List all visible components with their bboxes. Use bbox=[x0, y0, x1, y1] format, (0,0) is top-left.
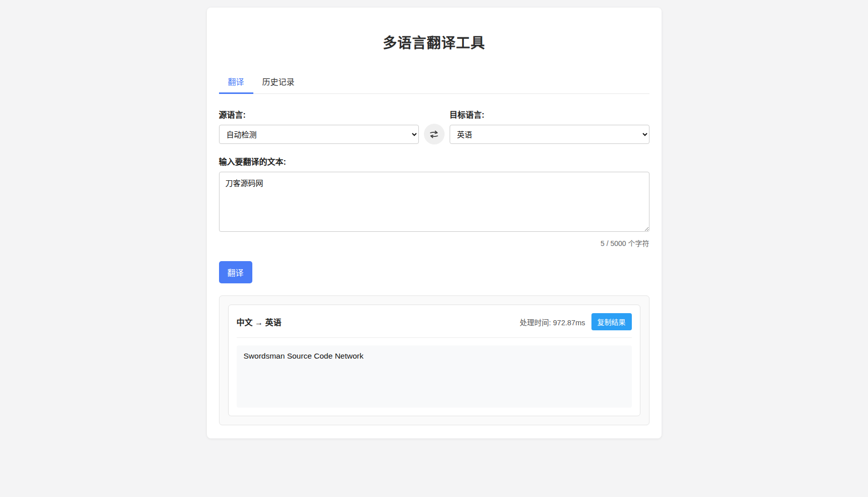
translation-input-textarea[interactable]: 刀客源码网 bbox=[219, 172, 649, 232]
tab-translate[interactable]: 翻译 bbox=[219, 70, 253, 94]
swap-languages-button[interactable] bbox=[424, 124, 445, 144]
source-language-select[interactable]: 自动检测 bbox=[219, 125, 419, 144]
input-text-label: 输入要翻译的文本: bbox=[219, 155, 649, 167]
translate-button[interactable]: 翻译 bbox=[219, 261, 252, 283]
translation-app-card: 多语言翻译工具 翻译 历史记录 源语言: 自动检测 目标语言: 英语 输入 bbox=[207, 8, 662, 438]
target-language-group: 目标语言: 英语 bbox=[450, 108, 649, 144]
result-card: 中文 → 英语 处理时间: 972.87ms 复制结果 Swordsman So… bbox=[228, 305, 640, 416]
swap-horizontal-icon bbox=[428, 130, 440, 139]
page-title: 多语言翻译工具 bbox=[219, 32, 649, 52]
result-meta: 处理时间: 972.87ms 复制结果 bbox=[520, 313, 632, 330]
result-header: 中文 → 英语 处理时间: 972.87ms 复制结果 bbox=[237, 313, 632, 338]
translation-direction: 中文 → 英语 bbox=[237, 316, 282, 328]
character-counter: 5 / 5000 个字符 bbox=[219, 238, 649, 248]
source-language-label: 源语言: bbox=[219, 108, 419, 120]
target-language-select[interactable]: 英语 bbox=[450, 125, 649, 144]
processing-time: 处理时间: 972.87ms bbox=[520, 317, 585, 327]
result-container: 中文 → 英语 处理时间: 972.87ms 复制结果 Swordsman So… bbox=[219, 295, 649, 425]
translation-result-text: Swordsman Source Code Network bbox=[237, 345, 632, 408]
source-language-group: 源语言: 自动检测 bbox=[219, 108, 419, 144]
tab-bar: 翻译 历史记录 bbox=[219, 70, 649, 94]
target-language-label: 目标语言: bbox=[450, 108, 649, 120]
tab-history[interactable]: 历史记录 bbox=[253, 70, 304, 94]
language-selector-row: 源语言: 自动检测 目标语言: 英语 bbox=[219, 108, 649, 144]
copy-result-button[interactable]: 复制结果 bbox=[591, 313, 632, 330]
